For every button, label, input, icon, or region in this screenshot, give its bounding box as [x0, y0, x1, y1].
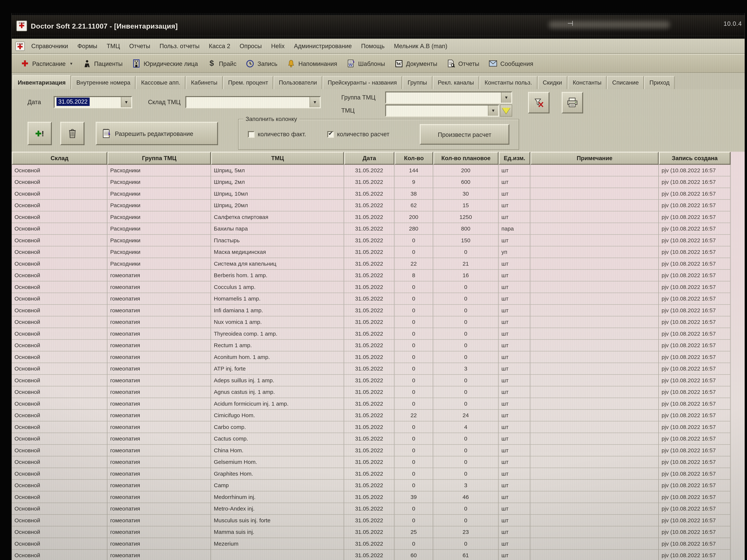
column-header[interactable]: Склад: [12, 152, 108, 165]
table-row[interactable]: ОсновнойРасходникиШприц, 20мл31.05.20226…: [12, 200, 745, 212]
cell-group: гомеопатия: [107, 538, 211, 550]
table-row[interactable]: ОсновнойгомеопатияCactus comp.31.05.2022…: [12, 433, 745, 445]
tab-11[interactable]: Константы: [568, 76, 607, 89]
tab-5[interactable]: Пользователи: [274, 76, 322, 89]
column-header[interactable]: Кол-во: [394, 152, 434, 165]
qty-calc-checkbox[interactable]: количество расчет: [327, 131, 390, 138]
delete-row-button[interactable]: [60, 122, 85, 145]
tab-10[interactable]: Скидки: [538, 76, 567, 89]
tmc-dropdown-button[interactable]: ▼: [488, 105, 498, 116]
menu-item[interactable]: Helix: [266, 41, 289, 51]
table-row[interactable]: ОсновнойгомеопатияHomamelis 1 amp.31.05.…: [12, 293, 745, 305]
table-row[interactable]: Основнойгомеопатия31.05.20226061штpjv (1…: [12, 550, 745, 560]
warehouse-dropdown-button[interactable]: ▼: [310, 97, 320, 107]
table-row[interactable]: ОсновнойгомеопатияRectum 1 amp.31.05.202…: [12, 340, 745, 351]
toolbar-legal-entities-button[interactable]: Юридические лица: [128, 57, 202, 70]
tab-8[interactable]: Рекл. каналы: [433, 76, 479, 89]
allow-edit-button[interactable]: Разрешить редактирование: [96, 122, 218, 145]
column-header[interactable]: Кол-во плановое: [433, 152, 499, 165]
clear-filter-button[interactable]: [528, 92, 549, 113]
menu-item[interactable]: Касса 2: [204, 41, 235, 51]
cell-record-created: pjv (10.08.2022 16:57: [659, 258, 731, 270]
tmc-combobox[interactable]: ▼: [385, 105, 499, 117]
table-row[interactable]: ОсновнойгомеопатияGelsemium Hom.31.05.20…: [12, 456, 745, 468]
toolbar-appointment-button[interactable]: Запись: [242, 57, 282, 70]
table-row[interactable]: ОсновнойгомеопатияMetro-Andex inj.31.05.…: [12, 503, 745, 515]
date-dropdown-button[interactable]: ▼: [121, 97, 131, 107]
toolbar-reports-button[interactable]: Отчеты: [442, 57, 484, 70]
table-row[interactable]: ОсновнойРасходникиМаска медицинская31.05…: [12, 246, 745, 258]
column-header[interactable]: Дата: [344, 152, 394, 165]
table-row[interactable]: ОсновнойгомеопатияMusculus suis inj. for…: [12, 515, 745, 527]
menu-item[interactable]: Справочники: [27, 41, 73, 51]
table-row[interactable]: ОсновнойРасходникиШприц, 2мл31.05.202296…: [12, 177, 745, 188]
tab-13[interactable]: Приход: [644, 76, 675, 89]
menu-item[interactable]: Отчеты: [125, 41, 155, 51]
table-row[interactable]: ОсновнойгомеопатияBerberis hom. 1 amp.31…: [12, 270, 745, 282]
warehouse-combobox[interactable]: ▼: [185, 96, 321, 108]
chevron-down-icon[interactable]: ▼: [70, 61, 73, 66]
table-row[interactable]: ОсновнойгомеопатияCamp31.05.202203штpjv …: [12, 480, 745, 491]
table-row[interactable]: ОсновнойгомеопатияGraphites Hom.31.05.20…: [12, 468, 745, 480]
table-row[interactable]: ОсновнойРасходникиШприц, 5мл31.05.202214…: [12, 165, 745, 177]
table-row[interactable]: ОсновнойгомеопатияMedorrhinum inj.31.05.…: [12, 491, 745, 503]
menu-item[interactable]: Польз. отчеты: [155, 41, 204, 51]
run-calculation-button[interactable]: Произвести расчет: [420, 124, 510, 145]
toolbar-schedule-button[interactable]: ✚ Расписание ▼: [17, 57, 77, 70]
toolbar-templates-button[interactable]: W Шаблоны: [342, 57, 389, 70]
table-row[interactable]: ОсновнойгомеопатияCarbo comp.31.05.20220…: [12, 422, 745, 433]
column-header[interactable]: ТМЦ: [211, 152, 344, 165]
table-row[interactable]: ОсновнойгомеопатияAcidum formicicum inj.…: [12, 398, 745, 410]
cell-record-created: pjv (10.08.2022 16:57: [659, 328, 731, 340]
menu-item[interactable]: ТМЦ: [102, 41, 125, 51]
group-dropdown-button[interactable]: ▼: [501, 92, 511, 103]
table-row[interactable]: ОсновнойгомеопатияMamma suis inj.31.05.2…: [12, 526, 745, 538]
menu-item[interactable]: Мельник А.В (man): [389, 41, 452, 51]
table-row[interactable]: ОсновнойгомеопатияCimicifugo Hom.31.05.2…: [12, 410, 745, 422]
menu-item[interactable]: Помощь: [357, 41, 389, 51]
column-header[interactable]: Ед.изм.: [499, 152, 531, 165]
print-button[interactable]: [562, 92, 583, 113]
toolbar-patients-button[interactable]: Пациенты: [78, 57, 127, 70]
tab-active[interactable]: Инвентаризация: [13, 75, 71, 89]
cell-note: [531, 258, 659, 270]
tab-2[interactable]: Кассовые апп.: [136, 76, 185, 89]
menu-item[interactable]: Опросы: [235, 41, 266, 51]
table-row[interactable]: ОсновнойгомеопатияATP inj. forte31.05.20…: [12, 363, 745, 375]
menu-item[interactable]: Администрирование: [289, 41, 357, 51]
tab-12[interactable]: Списание: [607, 76, 644, 89]
tab-6[interactable]: Прейскуранты - названия: [323, 76, 402, 89]
add-row-button[interactable]: ✚!: [28, 122, 52, 145]
table-row[interactable]: ОсновнойгомеопатияChina Hom.31.05.202200…: [12, 445, 745, 457]
tab-1[interactable]: Внутренние номера: [71, 76, 135, 89]
toolbar-documents-button[interactable]: W Документы: [390, 57, 441, 70]
tab-4[interactable]: Прем. процент: [223, 76, 273, 89]
qty-fact-checkbox[interactable]: количество факт.: [248, 131, 306, 138]
table-row[interactable]: ОсновнойгомеопатияAdeps suillus inj. 1 a…: [12, 375, 745, 386]
column-header[interactable]: Запись создана: [659, 152, 731, 165]
table-row[interactable]: ОсновнойгомеопатияCocculus 1 amp.31.05.2…: [12, 282, 745, 293]
tab-7[interactable]: Группы: [403, 76, 432, 89]
table-row[interactable]: ОсновнойгомеопатияMezerium31.05.202200шт…: [12, 538, 745, 550]
group-combobox[interactable]: ▼: [385, 91, 512, 104]
table-row[interactable]: ОсновнойгомеопатияInfi damiana 1 amp.31.…: [12, 305, 745, 317]
table-row[interactable]: ОсновнойРасходникиПластырь31.05.20220150…: [12, 235, 745, 247]
date-combobox[interactable]: 31.05.2022 ▼: [54, 96, 132, 108]
tab-9[interactable]: Константы польз.: [480, 76, 537, 89]
toolbar-price-button[interactable]: $ Прайс: [203, 57, 240, 70]
table-row[interactable]: ОсновнойгомеопатияNux vomica 1 amp.31.05…: [12, 316, 745, 328]
column-header[interactable]: Группа ТМЦ: [107, 152, 211, 165]
tmc-filter-button[interactable]: [500, 105, 512, 117]
tab-3[interactable]: Кабинеты: [186, 76, 223, 89]
toolbar-messages-button[interactable]: Сообщения: [484, 57, 538, 70]
table-row[interactable]: ОсновнойгомеопатияThyreoidea comp. 1 amp…: [12, 328, 745, 340]
menu-item[interactable]: Формы: [73, 41, 102, 51]
table-row[interactable]: ОсновнойгомеопатияAconitum hom. 1 amp.31…: [12, 351, 745, 363]
column-header[interactable]: Примечание: [531, 152, 659, 165]
toolbar-reminders-button[interactable]: Напоминания: [283, 57, 341, 70]
table-row[interactable]: ОсновнойгомеопатияAgnus castus inj. 1 am…: [12, 386, 745, 398]
table-row[interactable]: ОсновнойРасходникиБахилы пара31.05.20222…: [12, 223, 745, 235]
table-row[interactable]: ОсновнойРасходникиСалфетка спиртовая31.0…: [12, 212, 745, 223]
table-row[interactable]: ОсновнойРасходникиШприц, 10мл31.05.20223…: [12, 188, 745, 200]
table-row[interactable]: ОсновнойРасходникиСистема для капельниц3…: [12, 258, 745, 270]
